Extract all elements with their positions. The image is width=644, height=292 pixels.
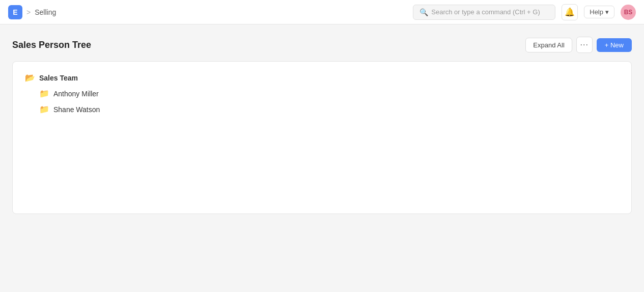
breadcrumb-separator: > [26, 8, 31, 16]
folder-icon-sales-team: 📂 [25, 73, 35, 83]
help-label: Help [590, 8, 603, 16]
tree-node-label-sales-team: Sales Team [39, 74, 78, 82]
search-bar[interactable]: 🔍 Search or type a command (Ctrl + G) [413, 5, 555, 20]
search-placeholder-text: Search or type a command (Ctrl + G) [431, 8, 540, 16]
bell-icon: 🔔 [565, 7, 575, 17]
header-left: E > Selling [8, 5, 56, 19]
tree-card: 📂 Sales Team 📁 Anthony Miller 📁 Shane Wa… [12, 61, 632, 214]
header: E > Selling 🔍 Search or type a command (… [0, 0, 644, 24]
folder-icon-anthony: 📁 [39, 89, 49, 98]
tree-node-label-shane: Shane Watson [53, 105, 100, 114]
page-title: Sales Person Tree [12, 40, 91, 50]
chevron-down-icon: ▾ [605, 8, 609, 16]
breadcrumb-selling[interactable]: Selling [35, 8, 56, 16]
app-icon[interactable]: E [8, 5, 22, 19]
tree-root: 📂 Sales Team 📁 Anthony Miller 📁 Shane Wa… [23, 70, 621, 117]
header-right: 🔍 Search or type a command (Ctrl + G) 🔔 … [413, 4, 636, 20]
expand-all-button[interactable]: Expand All [525, 38, 572, 52]
tree-node-sales-team[interactable]: 📂 Sales Team [23, 70, 621, 86]
tree-node-shane-watson[interactable]: 📁 Shane Watson [37, 101, 621, 117]
avatar[interactable]: BS [621, 5, 636, 20]
page-header: Sales Person Tree Expand All ··· + New [12, 37, 632, 53]
page-content: Sales Person Tree Expand All ··· + New 📂… [0, 24, 644, 226]
notification-button[interactable]: 🔔 [562, 4, 578, 20]
tree-node-anthony-miller[interactable]: 📁 Anthony Miller [37, 86, 621, 101]
folder-icon-shane: 📁 [39, 104, 49, 114]
help-button[interactable]: Help ▾ [584, 6, 614, 18]
tree-children: 📁 Anthony Miller 📁 Shane Watson [37, 86, 621, 117]
more-options-button[interactable]: ··· [576, 37, 593, 53]
new-button[interactable]: + New [597, 38, 632, 52]
page-actions: Expand All ··· + New [525, 37, 632, 53]
search-icon: 🔍 [419, 8, 428, 16]
tree-node-label-anthony: Anthony Miller [53, 90, 99, 98]
